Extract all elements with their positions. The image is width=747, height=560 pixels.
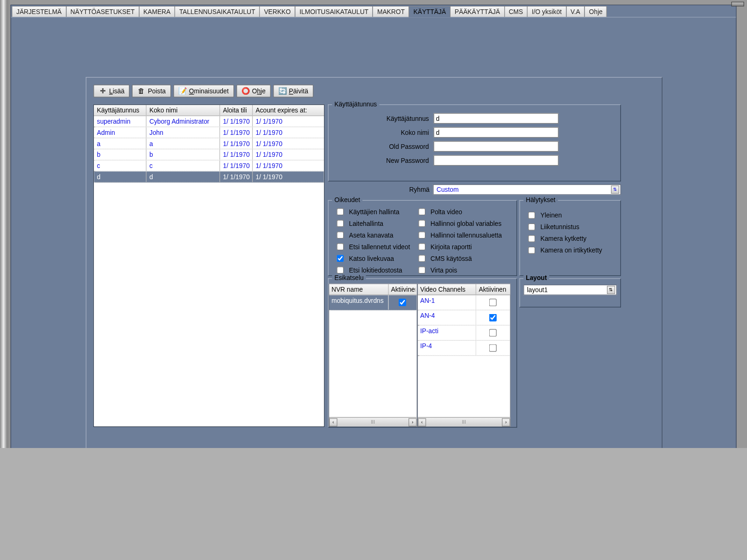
checkbox-item[interactable]: Kamera kytketty bbox=[526, 233, 616, 244]
tab-järjestelmä[interactable]: JÄRJESTELMÄ bbox=[12, 6, 66, 17]
table-row[interactable]: bb1/ 1/19701/ 1/1970 bbox=[94, 149, 324, 161]
checkbox[interactable] bbox=[489, 344, 497, 352]
checkbox[interactable] bbox=[418, 266, 425, 273]
username-input[interactable] bbox=[434, 113, 559, 124]
tab-ohje[interactable]: Ohje bbox=[585, 6, 607, 17]
nvr-table[interactable]: NVR nameAktiivinen mobiquitus.dvrdns ‹II… bbox=[329, 284, 417, 427]
tab-cms[interactable]: CMS bbox=[504, 6, 528, 17]
tab-pääkäyttäjä[interactable]: PÄÄKÄYTTÄJÄ bbox=[450, 6, 505, 17]
checkbox[interactable] bbox=[528, 235, 535, 242]
checkbox[interactable] bbox=[489, 329, 497, 336]
checkbox[interactable] bbox=[337, 243, 344, 250]
checkbox-item[interactable]: CMS käytössä bbox=[416, 253, 502, 264]
checkbox[interactable] bbox=[418, 255, 425, 262]
table-row[interactable]: IP-acti bbox=[418, 326, 510, 341]
tab-makrot[interactable]: MAKROT bbox=[373, 6, 409, 17]
column-header[interactable]: Acount expires at: bbox=[253, 105, 323, 116]
table-row[interactable]: mobiquitus.dvrdns bbox=[329, 295, 417, 311]
checkbox[interactable] bbox=[337, 255, 344, 262]
checkbox[interactable] bbox=[418, 220, 425, 227]
table-row[interactable]: AN-1 bbox=[418, 295, 510, 311]
window-control[interactable] bbox=[731, 2, 744, 7]
checkbox-item[interactable]: Polta video bbox=[416, 207, 502, 217]
rights-col2: Polta videoHallinnoi global variablesHal… bbox=[416, 207, 502, 276]
scroll-left-icon[interactable]: ‹ bbox=[418, 418, 426, 427]
scroll-left-icon[interactable]: ‹ bbox=[329, 418, 338, 427]
layout-fieldset: Layout layout1 ⇅ bbox=[520, 278, 621, 308]
layout-legend: Layout bbox=[523, 274, 549, 281]
checkbox[interactable] bbox=[337, 220, 344, 227]
remove-button[interactable]: Poista bbox=[132, 84, 171, 98]
checkbox-item[interactable]: Liiketunnistus bbox=[526, 222, 616, 232]
table-row[interactable]: aa1/ 1/19701/ 1/1970 bbox=[94, 138, 324, 149]
checkbox[interactable] bbox=[418, 243, 425, 250]
add-label-u: L bbox=[109, 88, 113, 95]
column-header[interactable]: Aktiivinen bbox=[389, 284, 416, 295]
checkbox[interactable] bbox=[337, 266, 344, 273]
alerts-legend: Hälytykset bbox=[523, 196, 557, 203]
tab-kamera[interactable]: KAMERA bbox=[139, 6, 175, 17]
scroll-right-icon[interactable]: › bbox=[409, 418, 417, 427]
column-header[interactable]: Video Channels bbox=[418, 284, 476, 295]
table-row[interactable]: AN-4 bbox=[418, 310, 510, 326]
column-header[interactable]: NVR name bbox=[329, 284, 389, 295]
users-table[interactable]: KäyttäjätunnusKoko nimiAloita tiliAcount… bbox=[93, 105, 324, 427]
checkbox-item[interactable]: Kamera on irtikytketty bbox=[526, 245, 616, 256]
vc-scrollbar[interactable]: ‹III› bbox=[418, 417, 510, 427]
checkbox[interactable] bbox=[418, 231, 425, 238]
checkbox[interactable] bbox=[528, 224, 535, 231]
tab-verkko[interactable]: VERKKO bbox=[259, 6, 295, 17]
tab-käyttäjä[interactable]: KÄYTTÄJÄ bbox=[409, 6, 451, 18]
tab-tallennusaikataulut[interactable]: TALLENNUSAIKATAULUT bbox=[175, 6, 260, 17]
checkbox-item[interactable]: Yleinen bbox=[526, 210, 616, 221]
nvr-scrollbar[interactable]: ‹III› bbox=[329, 417, 417, 427]
column-header[interactable]: Aloita tili bbox=[220, 105, 253, 116]
checkbox-item[interactable]: Virta pois bbox=[416, 265, 502, 276]
column-header[interactable]: Aktiivinen bbox=[476, 284, 509, 295]
checkbox-label: Hallinnoi tallennusaluetta bbox=[430, 231, 502, 238]
table-row[interactable]: cc1/ 1/19701/ 1/1970 bbox=[94, 161, 324, 172]
refresh-button[interactable]: Päivitä bbox=[273, 84, 313, 98]
checkbox[interactable] bbox=[528, 247, 535, 254]
table-row[interactable]: IP-4 bbox=[418, 341, 510, 356]
group-combobox[interactable]: Custom ⇅ bbox=[433, 184, 621, 195]
oldpw-input[interactable] bbox=[434, 141, 559, 152]
checkbox-item[interactable]: Kirjoita raportti bbox=[416, 242, 502, 252]
add-button[interactable]: Lisää bbox=[93, 84, 130, 98]
checkbox[interactable] bbox=[528, 212, 535, 219]
table-row[interactable]: superadminCyborg Administrator1/ 1/19701… bbox=[94, 116, 324, 127]
table-row[interactable]: dd1/ 1/19701/ 1/1970 bbox=[94, 172, 324, 183]
checkbox-item[interactable]: Katso livekuvaa bbox=[334, 253, 410, 264]
checkbox[interactable] bbox=[399, 299, 406, 306]
tab-ilmoitusaikataulut[interactable]: ILMOITUSAIKATAULUT bbox=[295, 6, 374, 17]
help-button[interactable]: Ohje bbox=[236, 84, 271, 98]
checkbox-item[interactable]: Hallinnoi global variables bbox=[416, 218, 502, 229]
checkbox-item[interactable]: Etsi tallennetut videot bbox=[334, 242, 410, 252]
checkbox[interactable] bbox=[337, 208, 344, 215]
checkbox[interactable] bbox=[489, 314, 497, 322]
checkbox[interactable] bbox=[418, 208, 425, 215]
column-header[interactable]: Käyttäjätunnus bbox=[94, 105, 147, 116]
checkbox-item[interactable]: Laitehallinta bbox=[334, 218, 410, 229]
group-label: Ryhmä bbox=[328, 186, 433, 193]
user-legend: Käyttäjätunnus bbox=[332, 100, 379, 107]
scroll-right-icon[interactable]: › bbox=[502, 418, 510, 427]
layout-combobox[interactable]: layout1 ⇅ bbox=[523, 285, 617, 295]
work-area: Lisää Poista Ominaisuudet Ohje Päivitä K… bbox=[86, 77, 662, 448]
checkbox-item[interactable]: Käyttäjien hallinta bbox=[334, 207, 410, 217]
column-header[interactable]: Koko nimi bbox=[147, 105, 220, 116]
tab-v.a[interactable]: V.A bbox=[566, 6, 585, 17]
tab-näyttöasetukset[interactable]: NÄYTTÖASETUKSET bbox=[66, 6, 140, 17]
fullname-input[interactable] bbox=[434, 127, 559, 138]
video-channels-table[interactable]: Video ChannelsAktiivinen AN-1AN-4IP-acti… bbox=[417, 284, 511, 427]
checkbox-item[interactable]: Aseta kanavata bbox=[334, 230, 410, 241]
table-row[interactable]: AdminJohn1/ 1/19701/ 1/1970 bbox=[94, 127, 324, 139]
alerts-list: YleinenLiiketunnistusKamera kytkettyKame… bbox=[520, 201, 620, 258]
checkbox-item[interactable]: Hallinnoi tallennusaluetta bbox=[416, 230, 502, 241]
properties-button[interactable]: Ominaisuudet bbox=[173, 84, 234, 98]
checkbox[interactable] bbox=[489, 299, 497, 306]
users-table-body[interactable]: superadminCyborg Administrator1/ 1/19701… bbox=[94, 116, 324, 426]
newpw-input[interactable] bbox=[434, 155, 559, 166]
checkbox[interactable] bbox=[337, 231, 344, 238]
tab-i/o yksiköt[interactable]: I/O yksiköt bbox=[527, 6, 566, 17]
